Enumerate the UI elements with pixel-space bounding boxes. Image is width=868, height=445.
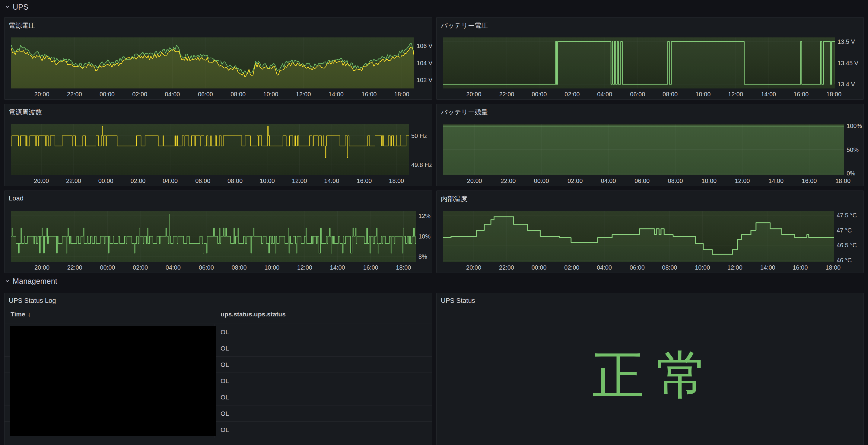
x-tick-label: 20:00 (34, 178, 49, 184)
y-axis-load: 12%10%8% (416, 211, 432, 262)
panel-title-input-frequency[interactable]: 電源周波数 (4, 104, 432, 116)
x-tick-label: 00:00 (531, 264, 547, 271)
y-axis-battery-level: 100%50%0% (844, 124, 864, 175)
column-header-time[interactable]: Time ↓ (4, 310, 215, 318)
y-tick-label: 8% (418, 253, 427, 260)
panel-title-load[interactable]: Load (4, 191, 432, 203)
panel-title-ups-status-log[interactable]: UPS Status Log (4, 293, 432, 305)
x-tick-label: 18:00 (396, 264, 411, 271)
status-body: 正常 (437, 305, 864, 445)
cell-status: OL (215, 361, 432, 368)
x-axis-internal-temperature: 20:0022:0000:0002:0004:0006:0008:0010:00… (443, 262, 834, 273)
y-axis-input-voltage: 106 V104 V102 V (414, 37, 432, 88)
x-tick-label: 08:00 (227, 178, 243, 184)
x-axis-input-frequency: 20:0022:0000:0002:0004:0006:0008:0010:00… (11, 175, 409, 186)
x-tick-label: 20:00 (466, 91, 481, 98)
panel-load: Load 12%10%8% 20:0022:0000:0002:0004:000… (4, 190, 432, 273)
panel-title-input-voltage[interactable]: 電源電圧 (4, 18, 432, 30)
panel-input-frequency: 電源周波数 50 Hz49.8 Hz 20:0022:0000:0002:000… (4, 104, 432, 186)
y-axis-internal-temperature: 47.5 °C47 °C46.5 °C46 °C (834, 211, 864, 262)
x-tick-label: 18:00 (826, 91, 841, 98)
column-header-time-label: Time (10, 310, 25, 318)
x-tick-label: 04:00 (597, 91, 612, 98)
chart-internal-temperature[interactable] (443, 211, 834, 262)
panel-ups-status: UPS Status 正常 (436, 293, 864, 445)
x-tick-label: 18:00 (389, 178, 404, 184)
panel-title-ups-status[interactable]: UPS Status (437, 293, 864, 305)
x-tick-label: 10:00 (260, 178, 275, 184)
panel-battery-level: バッテリー残量 100%50%0% 20:0022:0000:0002:0004… (436, 104, 864, 186)
row-header-ups[interactable]: UPS (5, 1, 28, 13)
y-tick-label: 46.5 °C (837, 242, 857, 249)
chart-input-frequency[interactable] (11, 124, 409, 175)
x-tick-label: 06:00 (199, 264, 214, 271)
x-tick-label: 20:00 (34, 91, 50, 98)
redacted-time-column-overlay (10, 326, 216, 436)
panel-title-battery-level[interactable]: バッテリー残量 (437, 104, 864, 116)
y-tick-label: 100% (846, 123, 862, 129)
x-tick-label: 12:00 (296, 91, 311, 98)
x-tick-label: 10:00 (695, 91, 711, 98)
y-tick-label: 106 V (417, 42, 432, 50)
x-tick-label: 12:00 (292, 178, 307, 184)
x-tick-label: 16:00 (802, 178, 817, 184)
cell-status: OL (215, 394, 432, 401)
x-axis-battery-level: 20:0022:0000:0002:0004:0006:0008:0010:00… (443, 175, 844, 186)
x-tick-label: 06:00 (630, 264, 645, 271)
chart-load[interactable] (11, 211, 416, 262)
x-tick-label: 12:00 (727, 264, 743, 271)
chart-input-voltage[interactable] (11, 37, 414, 88)
x-tick-label: 02:00 (567, 178, 583, 184)
cell-status: OL (215, 377, 432, 385)
x-tick-label: 20:00 (467, 178, 482, 184)
x-tick-label: 12:00 (297, 264, 312, 271)
row-label-management: Management (13, 277, 57, 286)
y-tick-label: 104 V (417, 60, 432, 67)
x-tick-label: 00:00 (98, 178, 114, 184)
x-tick-label: 12:00 (735, 178, 750, 184)
x-tick-label: 16:00 (356, 178, 372, 184)
x-tick-label: 08:00 (662, 91, 678, 98)
x-tick-label: 10:00 (264, 264, 279, 271)
column-header-status[interactable]: ups.status.ups.status (215, 310, 432, 318)
x-tick-label: 08:00 (230, 91, 246, 98)
x-tick-label: 02:00 (133, 264, 148, 271)
x-tick-label: 22:00 (500, 178, 516, 184)
x-tick-label: 00:00 (532, 91, 547, 98)
chart-battery-voltage[interactable] (443, 37, 835, 88)
x-tick-label: 14:00 (324, 178, 339, 184)
row-label-ups: UPS (13, 3, 28, 11)
x-tick-label: 22:00 (499, 91, 514, 98)
y-tick-label: 13.4 V (838, 81, 855, 88)
x-tick-label: 06:00 (195, 178, 210, 184)
y-tick-label: 10% (418, 233, 431, 240)
x-tick-label: 14:00 (761, 91, 776, 98)
x-tick-label: 14:00 (329, 91, 344, 98)
chart-battery-level[interactable] (443, 124, 844, 175)
row-header-management[interactable]: Management (5, 275, 57, 287)
x-tick-label: 14:00 (330, 264, 345, 271)
panel-internal-temperature: 内部温度 47.5 °C47 °C46.5 °C46 °C 20:0022:00… (436, 190, 864, 273)
y-tick-label: 102 V (417, 77, 432, 84)
x-tick-label: 02:00 (130, 178, 146, 184)
x-tick-label: 04:00 (597, 264, 612, 271)
y-tick-label: 0% (846, 170, 855, 177)
x-tick-label: 00:00 (99, 91, 115, 98)
cell-status: OL (215, 345, 432, 352)
x-tick-label: 04:00 (165, 91, 180, 98)
x-tick-label: 22:00 (499, 264, 514, 271)
y-axis-input-frequency: 50 Hz49.8 Hz (409, 124, 432, 175)
column-header-status-label: ups.status.ups.status (221, 310, 286, 318)
x-tick-label: 14:00 (760, 264, 775, 271)
x-tick-label: 04:00 (601, 178, 616, 184)
y-tick-label: 46 °C (837, 257, 852, 264)
x-tick-label: 22:00 (67, 264, 82, 271)
x-tick-label: 16:00 (793, 264, 808, 271)
x-tick-label: 06:00 (198, 91, 213, 98)
panel-title-battery-voltage[interactable]: バッテリー電圧 (437, 18, 864, 30)
panel-title-internal-temperature[interactable]: 内部温度 (437, 191, 864, 203)
x-axis-battery-voltage: 20:0022:0000:0002:0004:0006:0008:0010:00… (443, 88, 835, 99)
x-tick-label: 06:00 (630, 91, 645, 98)
x-tick-label: 16:00 (794, 91, 809, 98)
y-tick-label: 50 Hz (411, 132, 427, 140)
